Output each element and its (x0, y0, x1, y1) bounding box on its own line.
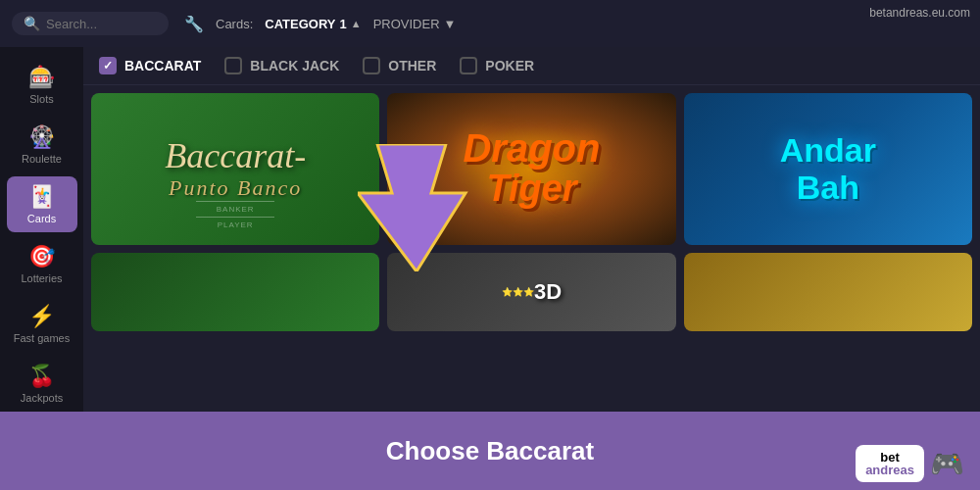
category-filter-button[interactable]: CATEGORY 1 ▲ (265, 17, 361, 31)
sidebar-item-roulette[interactable]: 🎡 Roulette (7, 117, 77, 172)
main-layout: 🎰 Slots 🎡 Roulette 🃏 Cards 🎯 Lotteries ⚡… (0, 47, 980, 412)
roulette-icon: 🎡 (28, 124, 55, 150)
category-bar: BACCARAT BLACK JACK OTHER POKER (83, 47, 980, 85)
fast-games-icon: ⚡ (28, 304, 55, 329)
sidebar-item-slots[interactable]: 🎰 Slots (7, 57, 77, 113)
poker-checkbox[interactable] (460, 57, 477, 74)
category-blackjack[interactable]: BLACK JACK (224, 57, 339, 74)
bet-logo-box: bet andreas (856, 445, 924, 482)
blackjack-label: BLACK JACK (250, 58, 339, 74)
game-card-row2-1[interactable] (91, 253, 379, 331)
provider-filter-button[interactable]: PROVIDER ▼ (373, 17, 457, 31)
baccarat-game-title: Baccarat- (165, 138, 306, 173)
banner-text: Choose Baccarat (386, 436, 594, 466)
game-card-baccarat[interactable]: Baccarat- Punto Banco BANKER PLAYER (91, 93, 379, 245)
sidebar-item-cards[interactable]: 🃏 Cards (7, 176, 77, 232)
baccarat-checkbox[interactable] (99, 57, 117, 74)
search-input[interactable] (46, 17, 154, 31)
bet-logo: bet andreas 🎮 (856, 445, 964, 482)
stars-decoration: ⭐⭐⭐ (502, 287, 534, 297)
3d-text: 3D (534, 279, 562, 305)
other-label: OTHER (388, 58, 436, 74)
game-card-dragon-tiger[interactable]: Dragon Tiger (387, 93, 675, 245)
game-card-andar-bahar[interactable]: AndarBah (684, 93, 972, 245)
cards-label: Cards: (216, 17, 253, 31)
dragon-tiger-text: Dragon Tiger (463, 128, 600, 210)
slots-icon: 🎰 (28, 65, 55, 90)
search-icon: 🔍 (24, 16, 40, 31)
sidebar-item-fast-games[interactable]: ⚡ Fast games (7, 296, 77, 352)
filter-icon: 🔧 (184, 15, 204, 33)
andar-bahar-text: AndarBah (780, 132, 876, 206)
jackpots-icon: 🍒 (28, 364, 55, 389)
category-baccarat[interactable]: BACCARAT (99, 57, 201, 74)
cards-icon: 🃏 (28, 184, 55, 210)
blackjack-checkbox[interactable] (224, 57, 242, 74)
poker-label: POKER (485, 58, 534, 74)
website-label: betandreas.eu.com (869, 6, 970, 20)
games-grid: Baccarat- Punto Banco BANKER PLAYER (83, 85, 980, 339)
other-checkbox[interactable] (363, 57, 380, 74)
lotteries-icon: 🎯 (28, 244, 55, 270)
category-other[interactable]: OTHER (363, 57, 436, 74)
sidebar-item-lotteries[interactable]: 🎯 Lotteries (7, 236, 77, 292)
category-poker[interactable]: POKER (460, 57, 534, 74)
content-area: BACCARAT BLACK JACK OTHER POKER (83, 47, 980, 412)
baccarat-label: BACCARAT (124, 58, 201, 74)
controller-icon: 🎮 (930, 448, 964, 480)
baccarat-game-subtitle: Punto Banco (169, 175, 302, 201)
game-card-row2-3[interactable] (684, 253, 972, 331)
top-bar: 🔍 🔧 Cards: CATEGORY 1 ▲ PROVIDER ▼ betan… (0, 0, 980, 47)
bottom-banner: Choose Baccarat bet andreas 🎮 (0, 412, 980, 490)
baccarat-game-text: Baccarat- Punto Banco (165, 138, 306, 201)
sidebar: 🎰 Slots 🎡 Roulette 🃏 Cards 🎯 Lotteries ⚡… (0, 47, 83, 412)
sidebar-item-jackpots[interactable]: 🍒 Jackpots (7, 356, 77, 412)
search-box[interactable]: 🔍 (12, 12, 169, 35)
game-card-row2-2[interactable]: ⭐⭐⭐ 3D (387, 253, 675, 331)
andreas-text: andreas (865, 464, 914, 476)
